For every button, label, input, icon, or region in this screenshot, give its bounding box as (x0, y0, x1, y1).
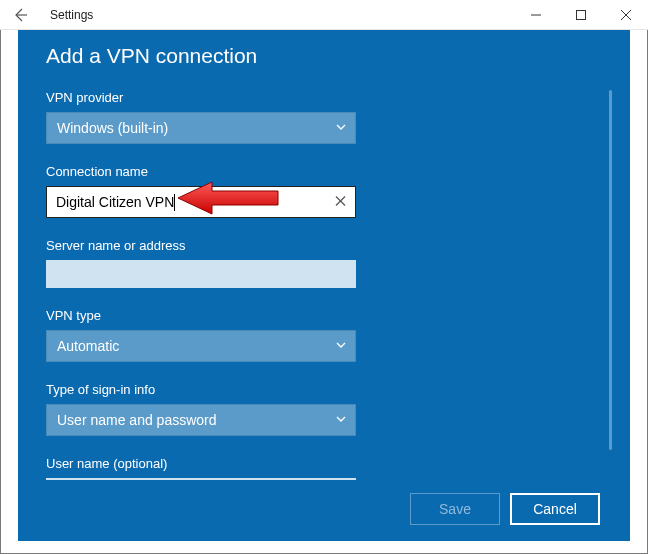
username-input[interactable] (46, 478, 356, 480)
maximize-icon (576, 10, 586, 20)
save-button-label: Save (439, 501, 471, 517)
cancel-button[interactable]: Cancel (510, 493, 600, 525)
clear-input-button[interactable] (335, 195, 346, 210)
x-icon (335, 196, 346, 207)
vpn-provider-label: VPN provider (46, 90, 590, 105)
modal-footer: Save Cancel (410, 493, 600, 525)
vpn-provider-value: Windows (built-in) (57, 120, 168, 136)
modal-heading: Add a VPN connection (46, 44, 590, 68)
cancel-button-label: Cancel (533, 501, 577, 517)
chevron-down-icon (335, 120, 347, 136)
chevron-down-icon (335, 338, 347, 354)
server-name-input[interactable] (46, 260, 356, 288)
save-button[interactable]: Save (410, 493, 500, 525)
chevron-down-icon (335, 412, 347, 428)
signin-type-select[interactable]: User name and password (46, 404, 356, 436)
vpn-type-select[interactable]: Automatic (46, 330, 356, 362)
window-title: Settings (50, 8, 93, 22)
connection-name-input[interactable]: Digital Citizen VPN (46, 186, 356, 218)
add-vpn-modal: Add a VPN connection VPN provider Window… (18, 30, 630, 541)
connection-name-field: Connection name Digital Citizen VPN (46, 164, 590, 218)
connection-name-value: Digital Citizen VPN (56, 194, 174, 210)
signin-type-value: User name and password (57, 412, 217, 428)
connection-name-label: Connection name (46, 164, 590, 179)
signin-type-label: Type of sign-in info (46, 382, 590, 397)
minimize-icon (531, 10, 541, 20)
server-name-label: Server name or address (46, 238, 590, 253)
svg-rect-1 (576, 11, 585, 20)
text-cursor (174, 194, 175, 211)
maximize-button[interactable] (558, 0, 603, 30)
arrow-left-icon (12, 7, 28, 23)
minimize-button[interactable] (513, 0, 558, 30)
window-titlebar: Settings (0, 0, 648, 30)
back-button[interactable] (0, 0, 40, 30)
vpn-type-field: VPN type Automatic (46, 308, 590, 362)
vpn-provider-select[interactable]: Windows (built-in) (46, 112, 356, 144)
signin-type-field: Type of sign-in info User name and passw… (46, 382, 590, 436)
vpn-type-label: VPN type (46, 308, 590, 323)
close-icon (621, 10, 631, 20)
scrollbar[interactable] (609, 90, 612, 450)
server-name-field: Server name or address (46, 238, 590, 288)
username-field: User name (optional) (46, 456, 590, 480)
vpn-type-value: Automatic (57, 338, 119, 354)
close-button[interactable] (603, 0, 648, 30)
vpn-provider-field: VPN provider Windows (built-in) (46, 90, 590, 144)
username-label: User name (optional) (46, 456, 590, 471)
